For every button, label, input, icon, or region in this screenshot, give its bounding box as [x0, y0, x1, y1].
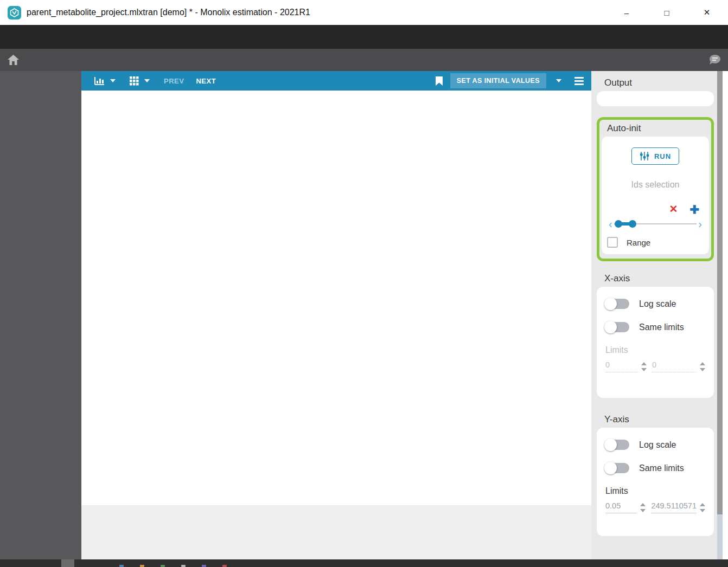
y-axis-section: Y-axis Log scale Same limits Limits 0.05	[597, 414, 714, 536]
taskbar	[0, 559, 728, 567]
x-axis-section-title: X-axis	[604, 273, 714, 284]
y-log-scale-toggle[interactable]	[605, 440, 629, 450]
x-same-limits-label: Same limits	[639, 323, 684, 332]
bar-chart-icon	[94, 76, 105, 85]
x-same-limits-toggle[interactable]	[605, 322, 629, 332]
y-log-scale-label: Log scale	[639, 440, 676, 450]
taskbar-active-app	[61, 559, 74, 567]
x-limits-label: Limits	[605, 345, 705, 355]
y-limit-max-input[interactable]: 249.5110571	[651, 501, 697, 513]
auto-init-card: RUN Ids selection ✕ ✚ ‹	[602, 137, 709, 254]
bookmark-icon[interactable]	[436, 76, 443, 86]
parameter-row	[81, 505, 591, 559]
window-title: parent_metabolite_project.mlxtran [demo]…	[27, 8, 310, 17]
y-same-limits-label: Same limits	[639, 463, 684, 473]
output-section-title: Output	[604, 78, 714, 88]
home-tab[interactable]	[0, 49, 26, 71]
slider-handle-min[interactable]	[615, 220, 622, 228]
minimize-button[interactable]: –	[621, 8, 633, 17]
slider-right-chevron-icon[interactable]: ›	[697, 218, 704, 229]
monolix-window: parent_metabolite_project.mlxtran [demo]…	[0, 0, 728, 567]
x-log-scale-label: Log scale	[639, 299, 676, 309]
run-button[interactable]: RUN	[631, 147, 679, 165]
settings-panel: Output Auto-init RUN Ids selection ✕ ✚	[591, 71, 717, 559]
x-limit-max-input[interactable]: 0	[652, 360, 697, 372]
x-limit-min-input[interactable]: 0	[605, 360, 638, 372]
y-limit-min-stepper[interactable]	[640, 503, 646, 512]
y-limits-label: Limits	[605, 486, 705, 496]
x-axis-section: X-axis Log scale Same limits Limits 0 0	[597, 273, 714, 398]
prev-page-button[interactable]: PREV	[164, 77, 184, 85]
title-bar: parent_metabolite_project.mlxtran [demo]…	[0, 0, 728, 25]
auto-init-section-title: Auto-init	[607, 123, 709, 134]
run-sliders-icon	[640, 152, 649, 160]
left-sidebar	[0, 71, 81, 559]
add-selection-icon[interactable]: ✚	[689, 204, 699, 215]
plot-type-dropdown[interactable]	[94, 76, 116, 85]
y-same-limits-toggle[interactable]	[605, 463, 629, 473]
scrollbar-thumb[interactable]	[717, 71, 723, 514]
close-button[interactable]: ✕	[701, 8, 713, 17]
set-values-dropdown-icon[interactable]	[556, 79, 561, 82]
y-limit-min-input[interactable]: 0.05	[605, 501, 637, 513]
menu-hamburger-icon[interactable]	[574, 77, 584, 85]
slider-handle-max[interactable]	[629, 220, 636, 228]
menu-bar	[0, 25, 728, 49]
x-limit-min-stepper[interactable]	[641, 362, 647, 371]
grid-icon	[130, 76, 139, 86]
y-limit-max-stepper[interactable]	[700, 503, 705, 512]
home-icon	[8, 55, 19, 65]
auto-init-highlight: Auto-init RUN Ids selection ✕ ✚	[597, 117, 714, 261]
output-card	[597, 91, 714, 106]
y-axis-section-title: Y-axis	[604, 414, 714, 425]
chat-bubble-icon[interactable]	[707, 54, 721, 66]
subject-plots-grid	[81, 91, 591, 505]
range-label: Range	[627, 238, 650, 247]
chevron-down-icon	[144, 79, 150, 82]
next-page-button[interactable]: NEXT	[196, 77, 216, 85]
set-as-initial-values-button[interactable]: SET AS INITIAL VALUES	[450, 73, 546, 88]
plot-toolbar: PREV NEXT SET AS INITIAL VALUES	[81, 71, 591, 91]
grid-layout-dropdown[interactable]	[130, 76, 150, 86]
maximize-button[interactable]: □	[661, 8, 673, 17]
monolix-logo-icon	[8, 6, 21, 20]
vertical-scrollbar[interactable]	[717, 71, 723, 559]
id-range-slider[interactable]: ‹ ›	[607, 218, 704, 229]
run-button-label: RUN	[654, 152, 671, 160]
chevron-down-icon	[110, 79, 116, 82]
clear-selection-icon[interactable]: ✕	[669, 204, 678, 215]
x-limit-max-stepper[interactable]	[700, 362, 705, 371]
ids-selection-label: Ids selection	[607, 180, 704, 190]
slider-left-chevron-icon[interactable]: ‹	[607, 218, 614, 229]
x-log-scale-toggle[interactable]	[605, 299, 629, 309]
tab-bar	[0, 49, 728, 71]
range-checkbox[interactable]: ✓	[607, 237, 618, 248]
